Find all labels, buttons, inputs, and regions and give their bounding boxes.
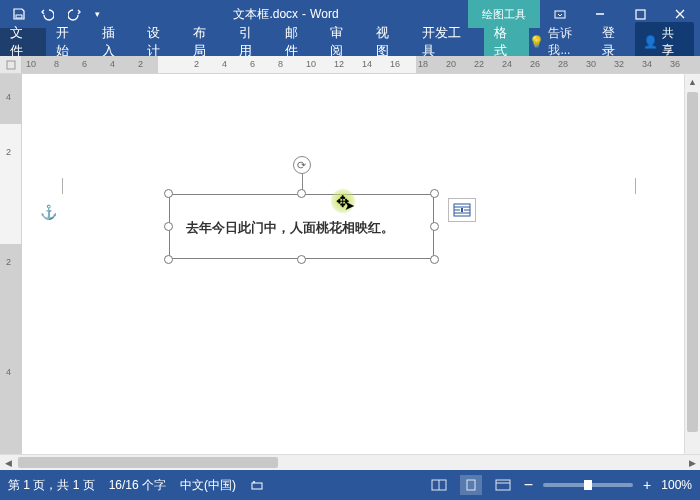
ruler-h-tick: 2 — [194, 59, 199, 69]
ruler-v-tick: 2 — [6, 257, 11, 267]
ruler-v-tick: 4 — [6, 92, 11, 102]
tab-layout[interactable]: 布局 — [183, 28, 229, 56]
ruler-h-tick: 28 — [558, 59, 568, 69]
ruler-h-tick: 4 — [222, 59, 227, 69]
scroll-up-button[interactable]: ▲ — [685, 74, 700, 90]
svg-point-8 — [253, 481, 255, 483]
redo-button[interactable] — [62, 2, 88, 26]
rotation-handle[interactable]: ⟳ — [293, 156, 311, 174]
page-indicator[interactable]: 第 1 页，共 1 页 — [8, 477, 95, 494]
ruler-h-tick: 6 — [82, 59, 87, 69]
ruler-h-tick: 10 — [26, 59, 36, 69]
layout-options-button[interactable] — [448, 198, 476, 222]
view-read-mode[interactable] — [428, 475, 450, 495]
tab-file[interactable]: 文件 — [0, 28, 46, 56]
resize-handle-sw[interactable] — [164, 255, 173, 264]
ruler-h-tick: 24 — [502, 59, 512, 69]
scroll-h-thumb[interactable] — [18, 457, 278, 468]
app-name: Word — [310, 7, 338, 21]
svg-rect-3 — [636, 10, 645, 19]
tab-design[interactable]: 设计 — [137, 28, 183, 56]
scroll-v-thumb[interactable] — [687, 92, 698, 432]
tab-developer[interactable]: 开发工具 — [412, 28, 484, 56]
resize-handle-n[interactable] — [297, 189, 306, 198]
qat-customize-button[interactable]: ▾ — [90, 2, 104, 26]
svg-rect-12 — [496, 480, 510, 490]
ruler-h-tick: 8 — [54, 59, 59, 69]
svg-rect-6 — [461, 208, 463, 212]
horizontal-ruler[interactable]: 10864224681012141618202224262830323436 — [0, 56, 700, 74]
document-name: 文本框.docx — [233, 6, 298, 23]
resize-handle-se[interactable] — [430, 255, 439, 264]
vertical-scrollbar[interactable]: ▲ ▼ — [684, 74, 700, 470]
ruler-h-tick: 16 — [390, 59, 400, 69]
ruler-v-tick: 2 — [6, 147, 11, 157]
ruler-h-tick: 34 — [642, 59, 652, 69]
tab-home[interactable]: 开始 — [46, 28, 92, 56]
horizontal-scrollbar[interactable]: ◀ ▶ — [0, 454, 700, 470]
resize-handle-w[interactable] — [164, 222, 173, 231]
svg-rect-1 — [555, 11, 565, 18]
word-count[interactable]: 16/16 个字 — [109, 477, 166, 494]
textbox-content[interactable]: 去年今日此门中，人面桃花相映红。 — [186, 219, 394, 237]
textbox[interactable]: 去年今日此门中，人面桃花相映红。 — [169, 194, 434, 259]
undo-button[interactable] — [34, 2, 60, 26]
ruler-h-tick: 32 — [614, 59, 624, 69]
rotation-connector — [302, 174, 303, 190]
ruler-h-tick: 14 — [362, 59, 372, 69]
ruler-h-tick: 12 — [334, 59, 344, 69]
zoom-slider-thumb[interactable] — [584, 480, 592, 490]
cursor-highlight — [330, 188, 356, 214]
zoom-level[interactable]: 100% — [661, 478, 692, 492]
work-area: 4224 ⚓ ⟳ 去年今日此门中，人面桃花相映红。 ✥➤ — [0, 74, 700, 470]
tell-me-search[interactable]: 💡告诉我... — [529, 25, 593, 59]
signin-link[interactable]: 登录 — [602, 24, 628, 60]
scroll-left-button[interactable]: ◀ — [0, 455, 16, 470]
ruler-h-tick: 26 — [530, 59, 540, 69]
ruler-h-tick: 10 — [306, 59, 316, 69]
resize-handle-ne[interactable] — [430, 189, 439, 198]
status-bar: 第 1 页，共 1 页 16/16 个字 中文(中国) − + 100% — [0, 470, 700, 500]
ruler-h-tick: 6 — [250, 59, 255, 69]
zoom-slider[interactable] — [543, 483, 633, 487]
lightbulb-icon: 💡 — [529, 35, 544, 49]
resize-handle-s[interactable] — [297, 255, 306, 264]
ruler-h-tick: 8 — [278, 59, 283, 69]
ruler-corner — [0, 56, 22, 74]
ruler-h-tick: 2 — [138, 59, 143, 69]
ruler-h-tick: 18 — [418, 59, 428, 69]
view-web-layout[interactable] — [492, 475, 514, 495]
language-indicator[interactable]: 中文(中国) — [180, 477, 236, 494]
ruler-h-tick: 22 — [474, 59, 484, 69]
margin-mark-tl — [62, 178, 78, 194]
ruler-h-scale: 10864224681012141618202224262830323436 — [22, 56, 700, 73]
resize-handle-e[interactable] — [430, 222, 439, 231]
ribbon-tabs: 文件 开始 插入 设计 布局 引用 邮件 审阅 视图 开发工具 格式 💡告诉我.… — [0, 28, 700, 56]
ruler-h-tick: 36 — [670, 59, 680, 69]
save-button[interactable] — [6, 2, 32, 26]
macro-record-icon[interactable] — [250, 478, 264, 492]
vertical-ruler[interactable]: 4224 — [0, 74, 22, 470]
resize-handle-nw[interactable] — [164, 189, 173, 198]
tab-references[interactable]: 引用 — [229, 28, 275, 56]
svg-rect-4 — [7, 61, 15, 69]
tab-mailings[interactable]: 邮件 — [275, 28, 321, 56]
anchor-icon: ⚓ — [40, 204, 57, 220]
view-print-layout[interactable] — [460, 475, 482, 495]
textbox-selection[interactable]: ⟳ 去年今日此门中，人面桃花相映红。 — [169, 194, 434, 259]
ruler-h-tick: 30 — [586, 59, 596, 69]
tab-insert[interactable]: 插入 — [92, 28, 138, 56]
tab-format[interactable]: 格式 — [484, 28, 530, 56]
svg-rect-7 — [252, 483, 262, 489]
ruler-h-tick: 4 — [110, 59, 115, 69]
scroll-right-button[interactable]: ▶ — [684, 455, 700, 470]
ribbon-options-button[interactable] — [540, 0, 580, 28]
zoom-out-button[interactable]: − — [524, 476, 533, 494]
zoom-in-button[interactable]: + — [643, 477, 651, 493]
tab-review[interactable]: 审阅 — [320, 28, 366, 56]
tab-view[interactable]: 视图 — [366, 28, 412, 56]
quick-access-toolbar: ▾ — [0, 2, 104, 26]
document-canvas[interactable]: ⚓ ⟳ 去年今日此门中，人面桃花相映红。 ✥➤ — [22, 74, 700, 470]
ruler-v-tick: 4 — [6, 367, 11, 377]
ruler-h-tick: 20 — [446, 59, 456, 69]
